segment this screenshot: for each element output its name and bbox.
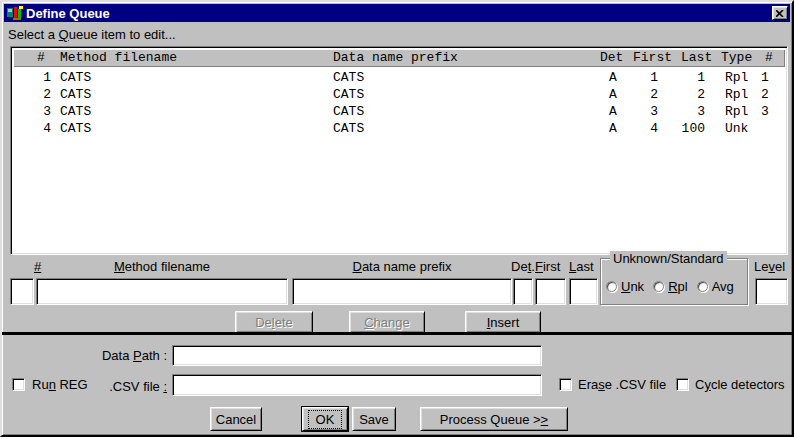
erase-csv-label: Erase .CSV file <box>578 377 666 392</box>
process-queue-button[interactable]: Process Queue >> <box>420 407 568 431</box>
ok-button-focus: OK <box>308 410 343 429</box>
cell-count: 2 <box>761 87 769 103</box>
radio-rpl-circle <box>653 281 664 292</box>
close-icon <box>776 10 784 17</box>
run-reg-checkbox-box <box>12 378 25 391</box>
cell-prefix: CATS <box>333 104 364 120</box>
data-path-input[interactable] <box>172 345 542 366</box>
column-header-method: Method filename <box>60 49 177 67</box>
first-label: First <box>535 259 560 274</box>
column-header-num: # <box>37 49 45 67</box>
radio-rpl[interactable]: Rpl <box>653 279 688 294</box>
delete-button[interactable]: Delete <box>235 311 313 333</box>
table-row[interactable]: 1 CATS CATS A 1 1 Rpl 1 <box>13 70 785 87</box>
method-filename-input[interactable] <box>36 278 288 305</box>
prompt-label: Select a Queue item to edit... <box>8 27 176 42</box>
det-input[interactable] <box>513 278 533 305</box>
cell-count: 1 <box>761 70 769 86</box>
last-input[interactable] <box>569 278 598 305</box>
radio-rpl-label: Rpl <box>668 279 688 294</box>
cycle-detectors-checkbox[interactable]: Cycle detectors <box>676 377 785 392</box>
cell-count: 3 <box>761 104 769 120</box>
cell-prefix: CATS <box>333 87 364 103</box>
cell-first: 2 <box>621 87 658 103</box>
table-row[interactable]: 4 CATS CATS A 4 100 Unk <box>13 121 785 138</box>
cell-type: Unk <box>725 121 748 137</box>
radio-unk-label: Unk <box>621 279 644 294</box>
cell-prefix: CATS <box>333 121 364 137</box>
close-button[interactable] <box>772 6 788 20</box>
change-button[interactable]: Change <box>349 311 425 333</box>
cell-last: 3 <box>666 104 705 120</box>
erase-csv-checkbox[interactable]: Erase .CSV file <box>559 377 666 392</box>
radio-unk[interactable]: Unk <box>606 279 644 294</box>
column-header-det: Det <box>600 49 623 67</box>
save-button[interactable]: Save <box>352 407 396 431</box>
column-header-prefix: Data name prefix <box>333 49 458 67</box>
table-row[interactable]: 3 CATS CATS A 3 3 Rpl 3 <box>13 104 785 121</box>
cell-last: 1 <box>666 70 705 86</box>
cell-method: CATS <box>60 70 91 86</box>
table-row[interactable]: 2 CATS CATS A 2 2 Rpl 2 <box>13 87 785 104</box>
radio-avg-label: Avg <box>712 279 734 294</box>
cell-first: 4 <box>621 121 658 137</box>
data-name-prefix-input[interactable] <box>292 278 512 305</box>
cell-type: Rpl <box>725 104 748 120</box>
cell-method: CATS <box>60 104 91 120</box>
num-input[interactable] <box>10 278 34 305</box>
radio-avg-circle <box>697 281 708 292</box>
cell-first: 1 <box>621 70 658 86</box>
column-header-last: Last <box>681 49 712 67</box>
cancel-button[interactable]: Cancel <box>210 407 262 431</box>
first-input[interactable] <box>535 278 566 305</box>
radio-unk-circle <box>606 281 617 292</box>
window-title: Define Queue <box>26 6 772 21</box>
title-bar[interactable]: Define Queue <box>4 4 790 22</box>
queue-header: # Method filename Data name prefix Det F… <box>13 49 785 67</box>
level-input[interactable] <box>755 278 788 305</box>
cycle-detectors-checkbox-box <box>676 378 689 391</box>
method-filename-label: Method filename <box>36 259 288 274</box>
cell-method: CATS <box>60 87 91 103</box>
cell-last: 2 <box>666 87 705 103</box>
det-label: Det. <box>511 259 535 274</box>
insert-button[interactable]: Insert <box>465 311 541 333</box>
data-name-prefix-label: Data name prefix <box>292 259 512 274</box>
cell-num: 1 <box>33 70 51 86</box>
last-label: Last <box>569 259 594 274</box>
queue-rows: 1 CATS CATS A 1 1 Rpl 1 2 CATS CATS A 2 … <box>13 67 785 252</box>
erase-csv-checkbox-box <box>559 378 572 391</box>
csv-file-input[interactable] <box>172 374 542 396</box>
define-queue-dialog: Define Queue Select a Queue item to edit… <box>0 0 794 437</box>
cell-num: 3 <box>33 104 51 120</box>
queue-list[interactable]: # Method filename Data name prefix Det F… <box>10 46 788 255</box>
section-divider <box>2 332 794 335</box>
radio-avg[interactable]: Avg <box>697 279 734 294</box>
column-header-type: Type <box>721 49 752 67</box>
column-header-count: # <box>765 49 773 67</box>
cell-type: Rpl <box>725 87 748 103</box>
level-label: Level <box>754 259 785 274</box>
cell-method: CATS <box>60 121 91 137</box>
cell-type: Rpl <box>725 70 748 86</box>
column-header-first: First <box>633 49 672 67</box>
cell-num: 4 <box>33 121 51 137</box>
csv-file-label: .CSV file : <box>62 379 167 394</box>
group-legend: Unknown/Standard <box>610 251 727 266</box>
cell-first: 3 <box>621 104 658 120</box>
data-path-label: Data Path : <box>62 348 167 363</box>
unknown-standard-group: Unknown/Standard Unk Rpl Avg <box>600 258 748 305</box>
cell-prefix: CATS <box>333 70 364 86</box>
app-icon <box>7 6 23 20</box>
cell-last: 100 <box>666 121 705 137</box>
cell-num: 2 <box>33 87 51 103</box>
ok-button[interactable]: OK <box>301 406 349 432</box>
cycle-detectors-label: Cycle detectors <box>695 377 785 392</box>
